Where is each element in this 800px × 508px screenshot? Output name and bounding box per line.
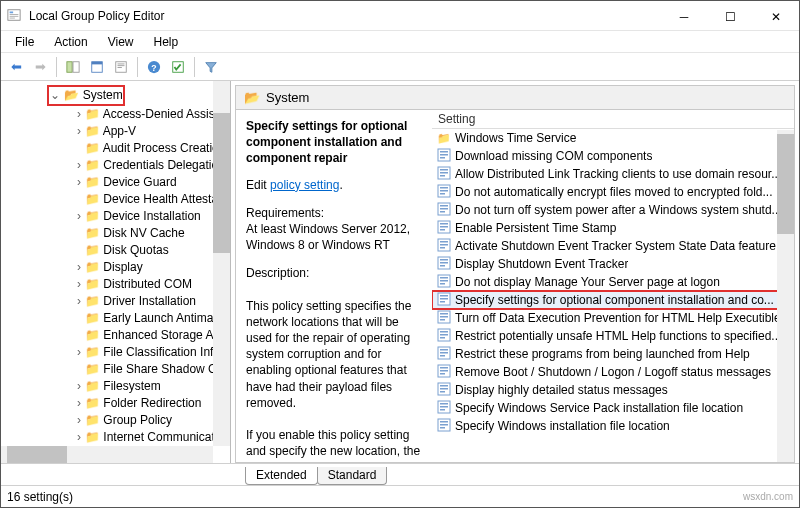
folder-icon: 📂 bbox=[64, 88, 79, 102]
show-hide-tree-button[interactable] bbox=[62, 56, 84, 78]
tree-scrollbar-horizontal[interactable] bbox=[1, 446, 213, 463]
svg-rect-62 bbox=[440, 352, 448, 354]
setting-row[interactable]: Enable Persistent Time Stamp bbox=[432, 219, 794, 237]
tree-node[interactable]: ›📁 Access-Denied Assistan bbox=[73, 106, 230, 123]
svg-rect-18 bbox=[440, 154, 448, 156]
close-button[interactable]: ✕ bbox=[753, 1, 799, 31]
properties-button[interactable] bbox=[86, 56, 108, 78]
expand-icon[interactable]: › bbox=[73, 276, 85, 293]
settings-list[interactable]: Setting 📁Windows Time ServiceDownload mi… bbox=[432, 110, 794, 462]
setting-row[interactable]: Download missing COM components bbox=[432, 147, 794, 165]
tree-node[interactable]: ›📁 Folder Redirection bbox=[73, 395, 230, 412]
expand-icon[interactable]: › bbox=[73, 106, 85, 123]
menubar: File Action View Help bbox=[1, 31, 799, 53]
tree-node[interactable]: ›📁 File Classification Infrastr bbox=[73, 344, 230, 361]
policy-icon bbox=[436, 202, 452, 218]
svg-rect-71 bbox=[440, 391, 445, 393]
tree-node[interactable]: ›📁 App-V bbox=[73, 123, 230, 140]
tree-node[interactable]: ›📁 Device Guard bbox=[73, 174, 230, 191]
svg-rect-27 bbox=[440, 193, 445, 195]
setting-row[interactable]: Do not automatically encrypt files moved… bbox=[432, 183, 794, 201]
setting-row[interactable]: Specify Windows Service Pack installatio… bbox=[432, 399, 794, 417]
tree-node[interactable]: ›📁 Credentials Delegation bbox=[73, 157, 230, 174]
setting-label: Enable Persistent Time Stamp bbox=[452, 221, 616, 235]
tree-node-system[interactable]: System bbox=[83, 88, 123, 102]
minimize-button[interactable]: ─ bbox=[661, 1, 707, 31]
tree-node[interactable]: 📁 Early Launch Antimalw bbox=[73, 310, 230, 327]
setting-row[interactable]: Turn off Data Execution Prevention for H… bbox=[432, 309, 794, 327]
tree-node-label: Internet Communication bbox=[103, 430, 230, 444]
policy-setting-link[interactable]: policy setting bbox=[270, 178, 339, 192]
setting-label: Restrict these programs from being launc… bbox=[452, 347, 750, 361]
setting-row[interactable]: Do not display Manage Your Server page a… bbox=[432, 273, 794, 291]
tree-node[interactable]: 📁 Disk Quotas bbox=[73, 242, 230, 259]
filter-button[interactable] bbox=[200, 56, 222, 78]
settings-scrollbar-vertical[interactable] bbox=[777, 130, 794, 462]
folder-icon: 📁 bbox=[85, 345, 100, 359]
setting-row[interactable]: Restrict these programs from being launc… bbox=[432, 345, 794, 363]
options-button[interactable] bbox=[167, 56, 189, 78]
setting-row[interactable]: Do not turn off system power after a Win… bbox=[432, 201, 794, 219]
policy-icon bbox=[436, 220, 452, 236]
tree-node[interactable]: 📁 File Share Shadow Cop bbox=[73, 361, 230, 378]
setting-label: Display highly detailed status messages bbox=[452, 383, 668, 397]
expand-icon[interactable]: › bbox=[73, 412, 85, 429]
column-header-setting[interactable]: Setting bbox=[432, 110, 794, 129]
folder-icon: 📁 bbox=[85, 158, 100, 172]
expand-icon[interactable]: › bbox=[73, 293, 85, 310]
expand-icon[interactable]: › bbox=[73, 123, 85, 140]
svg-rect-37 bbox=[440, 241, 448, 243]
menu-help[interactable]: Help bbox=[144, 33, 189, 51]
branding-text: wsxdn.com bbox=[743, 491, 793, 502]
tree-node[interactable]: 📁 Device Health Attestation bbox=[73, 191, 230, 208]
tree-node[interactable]: ›📁 Display bbox=[73, 259, 230, 276]
expand-icon[interactable]: › bbox=[73, 429, 85, 446]
expand-icon[interactable]: › bbox=[73, 378, 85, 395]
folder-icon: 📁 bbox=[85, 430, 100, 444]
setting-row[interactable]: Allow Distributed Link Tracking clients … bbox=[432, 165, 794, 183]
tree-node-label: Device Guard bbox=[103, 175, 176, 189]
tree-scrollbar-vertical[interactable] bbox=[213, 81, 230, 446]
setting-row[interactable]: Activate Shutdown Event Tracker System S… bbox=[432, 237, 794, 255]
export-list-button[interactable] bbox=[110, 56, 132, 78]
tree-node-label: Display bbox=[103, 260, 142, 274]
menu-view[interactable]: View bbox=[98, 33, 144, 51]
tree-node[interactable]: ›📁 Filesystem bbox=[73, 378, 230, 395]
menu-action[interactable]: Action bbox=[44, 33, 97, 51]
tree-node[interactable]: ›📁 Driver Installation bbox=[73, 293, 230, 310]
tree-node[interactable]: ›📁 Distributed COM bbox=[73, 276, 230, 293]
tree-node[interactable]: ›📁 Group Policy bbox=[73, 412, 230, 429]
tree-node[interactable]: 📁 Audit Process Creation bbox=[73, 140, 230, 157]
setting-row[interactable]: Display Shutdown Event Tracker bbox=[432, 255, 794, 273]
expand-icon[interactable]: › bbox=[73, 344, 85, 361]
tree-node[interactable]: 📁 Enhanced Storage Acce bbox=[73, 327, 230, 344]
tab-extended[interactable]: Extended bbox=[245, 467, 318, 485]
menu-file[interactable]: File bbox=[5, 33, 44, 51]
expand-icon[interactable]: › bbox=[73, 259, 85, 276]
back-button[interactable]: ⬅ bbox=[5, 56, 27, 78]
svg-rect-39 bbox=[440, 247, 445, 249]
svg-rect-63 bbox=[440, 355, 445, 357]
tree-node[interactable]: ›📁 Internet Communication bbox=[73, 429, 230, 446]
expand-icon[interactable]: › bbox=[73, 208, 85, 225]
help-button[interactable]: ? bbox=[143, 56, 165, 78]
setting-row[interactable]: Specify Windows installation file locati… bbox=[432, 417, 794, 435]
setting-row[interactable]: Display highly detailed status messages bbox=[432, 381, 794, 399]
tree[interactable]: ⌄ 📂 System ›📁 Access-Denied Assistan›📁 A… bbox=[1, 81, 230, 463]
maximize-button[interactable]: ☐ bbox=[707, 1, 753, 31]
tree-node[interactable]: ›📁 Device Installation bbox=[73, 208, 230, 225]
policy-icon bbox=[436, 238, 452, 254]
expand-icon[interactable]: › bbox=[73, 174, 85, 191]
setting-row[interactable]: 📁Windows Time Service bbox=[432, 129, 794, 147]
setting-row[interactable]: Remove Boot / Shutdown / Logon / Logoff … bbox=[432, 363, 794, 381]
tree-node[interactable]: 📁 Disk NV Cache bbox=[73, 225, 230, 242]
setting-row[interactable]: Restrict potentially unsafe HTML Help fu… bbox=[432, 327, 794, 345]
collapse-icon[interactable]: ⌄ bbox=[49, 87, 61, 104]
setting-row-highlighted[interactable]: Specify settings for optional component … bbox=[432, 291, 794, 309]
window-controls: ─ ☐ ✕ bbox=[661, 1, 799, 30]
forward-button[interactable]: ➡ bbox=[29, 56, 51, 78]
expand-icon[interactable]: › bbox=[73, 157, 85, 174]
tree-panel: ⌄ 📂 System ›📁 Access-Denied Assistan›📁 A… bbox=[1, 81, 231, 463]
expand-icon[interactable]: › bbox=[73, 395, 85, 412]
tab-standard[interactable]: Standard bbox=[317, 467, 388, 485]
